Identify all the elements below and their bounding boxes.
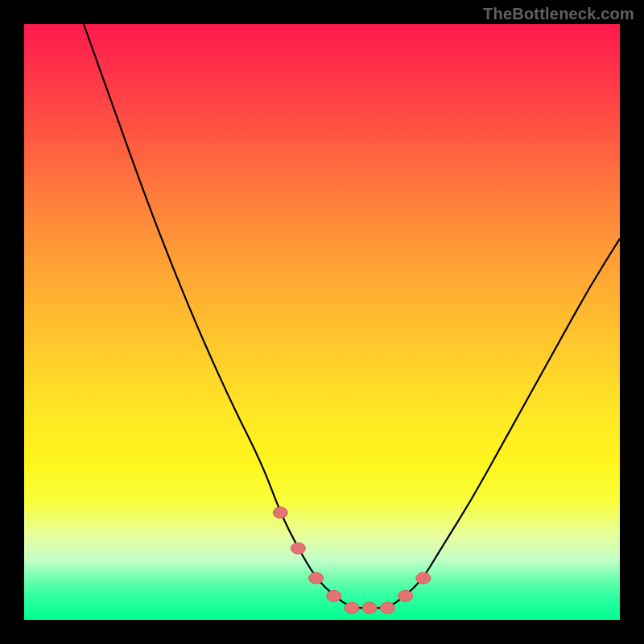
marker-point — [398, 590, 413, 601]
marker-point — [291, 543, 305, 554]
plot-area — [24, 24, 620, 620]
curve-svg — [24, 24, 620, 620]
marker-point — [380, 602, 394, 613]
watermark-text: TheBottleneck.com — [483, 5, 634, 23]
marker-point — [345, 602, 359, 613]
marker-point — [309, 572, 324, 584]
marker-point — [362, 602, 377, 613]
chart-frame: TheBottleneck.com — [0, 0, 644, 644]
marker-group — [273, 507, 431, 613]
marker-point — [273, 507, 287, 518]
marker-point — [327, 590, 341, 601]
marker-point — [416, 572, 431, 584]
bottleneck-curve — [84, 24, 620, 608]
